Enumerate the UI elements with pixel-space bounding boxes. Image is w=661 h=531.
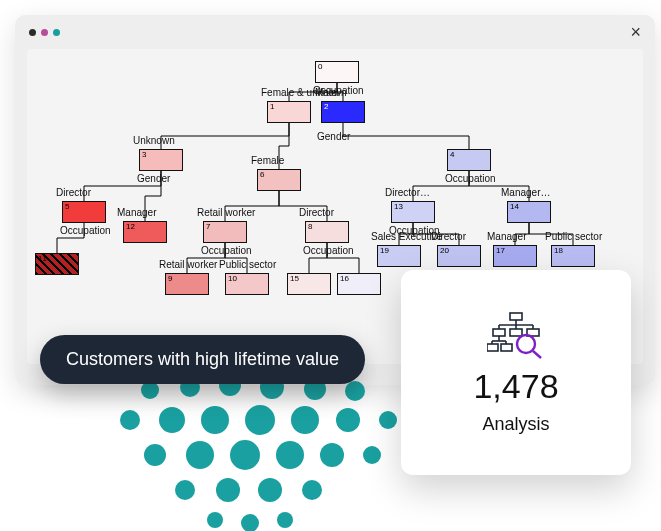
tree-node: 7 bbox=[203, 221, 247, 243]
node-split-label: Occupation bbox=[445, 173, 496, 184]
branch-label: Female bbox=[251, 155, 284, 166]
svg-rect-93 bbox=[510, 329, 522, 336]
svg-point-77 bbox=[320, 443, 344, 467]
node-split-label: Occupation bbox=[303, 245, 354, 256]
svg-rect-92 bbox=[493, 329, 505, 336]
dot-icon bbox=[29, 29, 36, 36]
tree-node: 19 bbox=[377, 245, 421, 267]
tree-node: 9 bbox=[165, 273, 209, 295]
svg-point-83 bbox=[207, 512, 223, 528]
tree-node: 0 bbox=[315, 61, 359, 83]
svg-point-79 bbox=[175, 480, 195, 500]
branch-label: Manager… bbox=[501, 187, 550, 198]
svg-point-71 bbox=[336, 408, 360, 432]
branch-label: Retail worker bbox=[197, 207, 255, 218]
analysis-card: 1,478 Analysis bbox=[401, 270, 631, 475]
branch-label: Manager bbox=[117, 207, 156, 218]
analysis-count: 1,478 bbox=[473, 367, 558, 406]
tree-node: 5 bbox=[62, 201, 106, 223]
close-button[interactable]: × bbox=[630, 23, 641, 41]
tree-node: 13 bbox=[391, 201, 435, 223]
svg-point-70 bbox=[291, 406, 319, 434]
tree-node: 1 bbox=[267, 101, 311, 123]
dot-icon bbox=[41, 29, 48, 36]
node-split-label: Occupation bbox=[201, 245, 252, 256]
tree-node: 2 bbox=[321, 101, 365, 123]
branch-label: Male bbox=[315, 87, 337, 98]
svg-point-84 bbox=[241, 514, 259, 531]
tree-node: 20 bbox=[437, 245, 481, 267]
tree-node: 16 bbox=[337, 273, 381, 295]
svg-point-81 bbox=[258, 478, 282, 502]
svg-line-102 bbox=[533, 351, 541, 358]
tree-node: 3 bbox=[139, 149, 183, 171]
svg-point-101 bbox=[517, 335, 535, 353]
branch-label: Public sector bbox=[545, 231, 602, 242]
branch-label: Manager bbox=[487, 231, 526, 242]
svg-point-75 bbox=[230, 440, 260, 470]
branch-label: Public sector bbox=[219, 259, 276, 270]
svg-point-65 bbox=[345, 381, 365, 401]
svg-point-72 bbox=[379, 411, 397, 429]
svg-point-80 bbox=[216, 478, 240, 502]
tree-node: 15 bbox=[287, 273, 331, 295]
branch-label: Director… bbox=[385, 187, 430, 198]
svg-point-76 bbox=[276, 441, 304, 469]
tree-node: 14 bbox=[507, 201, 551, 223]
window-traffic-lights bbox=[29, 29, 60, 36]
tree-node: 18 bbox=[551, 245, 595, 267]
node-split-label: Occupation bbox=[60, 225, 111, 236]
tree-magnify-icon bbox=[487, 311, 545, 359]
branch-label: Unknown bbox=[133, 135, 175, 146]
tree-node: 11 bbox=[35, 253, 79, 275]
tree-node: 8 bbox=[305, 221, 349, 243]
svg-rect-86 bbox=[510, 313, 522, 320]
tree-node: 10 bbox=[225, 273, 269, 295]
svg-point-68 bbox=[201, 406, 229, 434]
tree-node: 17 bbox=[493, 245, 537, 267]
svg-point-67 bbox=[159, 407, 185, 433]
svg-point-74 bbox=[186, 441, 214, 469]
dot-icon bbox=[53, 29, 60, 36]
branch-label: Director bbox=[431, 231, 466, 242]
tree-node: 12 bbox=[123, 221, 167, 243]
tree-node: 6 bbox=[257, 169, 301, 191]
tree-node: 4 bbox=[447, 149, 491, 171]
node-split-label: Gender bbox=[137, 173, 170, 184]
svg-point-82 bbox=[302, 480, 322, 500]
window-titlebar: × bbox=[15, 15, 655, 49]
analysis-label: Analysis bbox=[482, 414, 549, 435]
branch-label: Retail worker bbox=[159, 259, 217, 270]
node-split-label: Gender bbox=[317, 131, 350, 142]
svg-point-69 bbox=[245, 405, 275, 435]
svg-point-85 bbox=[277, 512, 293, 528]
svg-point-73 bbox=[144, 444, 166, 466]
svg-point-78 bbox=[363, 446, 381, 464]
svg-point-66 bbox=[120, 410, 140, 430]
svg-rect-100 bbox=[501, 344, 512, 351]
caption-pill: Customers with high lifetime value bbox=[40, 335, 365, 384]
svg-rect-99 bbox=[487, 344, 498, 351]
branch-label: Director bbox=[56, 187, 91, 198]
branch-label: Director bbox=[299, 207, 334, 218]
